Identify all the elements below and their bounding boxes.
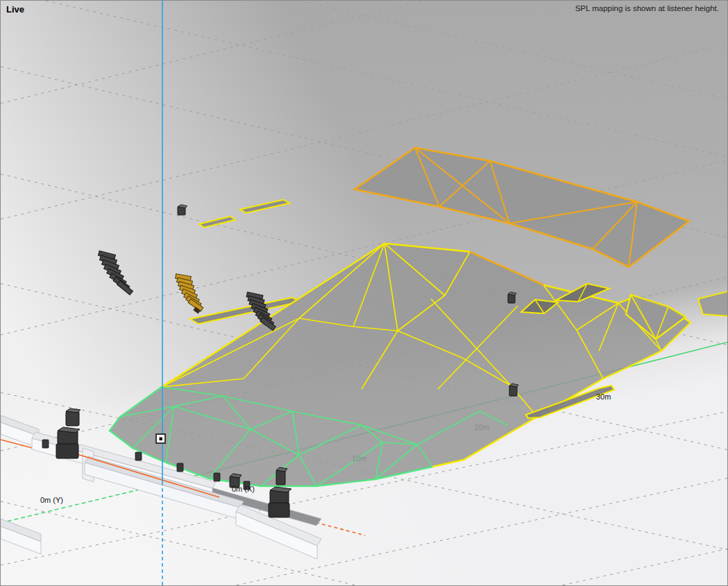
3d-viewport[interactable]: Live SPL mapping is shown at listener he… <box>0 0 728 586</box>
x-axis-zero-label: 0m (X) <box>232 485 255 493</box>
scene-canvas[interactable] <box>1 1 728 586</box>
spl-info-text: SPL mapping is shown at listener height. <box>575 4 719 12</box>
distance-label-10m: 10m <box>352 454 366 463</box>
distance-label-20m: 20m <box>475 423 489 431</box>
speaker-cab-right-upper[interactable] <box>508 292 516 303</box>
view-mode-label: Live <box>6 4 24 15</box>
y-axis-zero-label: 0m (Y) <box>40 496 63 504</box>
listener-position-marker[interactable] <box>156 434 165 443</box>
distance-label-30m: 30m <box>596 393 611 401</box>
speaker-cab-right-lower[interactable] <box>509 384 518 396</box>
